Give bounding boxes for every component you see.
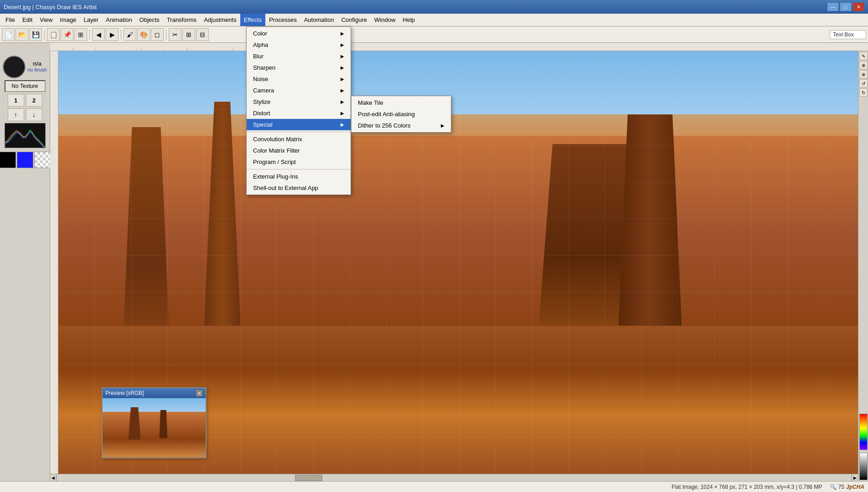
- menu-item-distort[interactable]: Distort ▶: [247, 108, 351, 119]
- maximize-button[interactable]: □: [840, 2, 852, 11]
- arrow-buttons: ↑ ↓: [8, 108, 42, 121]
- preview-window: Preview [sRGB] ✕ ⊞: [102, 387, 207, 458]
- preview-image: [103, 398, 206, 457]
- menu-effects[interactable]: Effects: [240, 14, 266, 26]
- color-swatches: [0, 152, 51, 168]
- minimize-button[interactable]: —: [827, 2, 839, 11]
- toolbar-sep-2: [89, 29, 90, 40]
- zoom-watermark: JpCHA: [846, 484, 864, 490]
- menu-item-color[interactable]: Color ▶: [247, 28, 351, 39]
- horizontal-scrollbar[interactable]: ◀ ▶: [50, 474, 858, 481]
- color-strip[interactable]: [859, 414, 868, 450]
- menu-image[interactable]: Image: [56, 14, 80, 26]
- menu-separator-1: [247, 132, 351, 132]
- open-button[interactable]: 📂: [16, 28, 28, 41]
- new-button[interactable]: 📄: [2, 28, 15, 41]
- crop-button[interactable]: ✂: [169, 28, 181, 41]
- effects-menu: Color ▶ Alpha ▶ Blur ▶ Sharpen ▶ Noise ▶…: [246, 26, 351, 195]
- menu-window[interactable]: Window: [371, 14, 399, 26]
- menu-animation[interactable]: Animation: [102, 14, 136, 26]
- right-tool-3[interactable]: ⊗: [859, 70, 868, 78]
- eraser-button[interactable]: ◻: [151, 28, 164, 41]
- menu-item-external-plugins[interactable]: External Plug-Ins: [247, 171, 351, 182]
- ruler-horizontal: [50, 43, 868, 51]
- preview-title: Preview [sRGB]: [105, 390, 144, 396]
- histogram: [5, 123, 46, 148]
- copy-button[interactable]: 📋: [47, 28, 60, 41]
- blue-swatch[interactable]: [17, 152, 33, 168]
- menu-transforms[interactable]: Transforms: [163, 14, 200, 26]
- grid-button[interactable]: ⊞: [182, 28, 195, 41]
- layer2-button[interactable]: 2: [26, 94, 42, 107]
- left-panel: n/a no brush No Texture 1 2 ↑ ↓: [0, 51, 50, 481]
- toolbar: 📄 📂 💾 📋 📌 ⊞ ◀ ▶ 🖌 🎨 ◻ ✂ ⊞ ⊟ Text Box: [0, 26, 868, 43]
- ruler-vertical: [50, 51, 58, 481]
- scroll-thumb[interactable]: [295, 475, 322, 481]
- color-button[interactable]: 🎨: [137, 28, 150, 41]
- close-button[interactable]: ✕: [852, 2, 864, 11]
- menu-item-alpha[interactable]: Alpha ▶: [247, 39, 351, 51]
- gray-strip[interactable]: [859, 453, 868, 480]
- menu-objects[interactable]: Objects: [136, 14, 163, 26]
- preview-resize-handle[interactable]: ⊞: [200, 451, 204, 456]
- menu-file[interactable]: File: [2, 14, 19, 26]
- status-info: Flat Image, 1024 × 768 px, 271 × 203 mm,…: [672, 484, 822, 490]
- menu-layer[interactable]: Layer: [80, 14, 102, 26]
- redo-button[interactable]: ▶: [106, 28, 119, 41]
- layer1-button[interactable]: 1: [8, 94, 24, 107]
- special-submenu: Make Tile Post-edit Anti-aliasing Dither…: [351, 96, 451, 133]
- svg-rect-0: [50, 43, 868, 51]
- color-preview[interactable]: [3, 56, 26, 78]
- no-texture-button[interactable]: No Texture: [5, 80, 46, 92]
- right-tool-1[interactable]: ✎: [859, 52, 868, 60]
- menu-item-programscript[interactable]: Program / Script: [247, 156, 351, 168]
- paste-button[interactable]: 📌: [61, 28, 73, 41]
- toolbar-sep-4: [166, 29, 166, 40]
- guides-button[interactable]: ⊟: [196, 28, 209, 41]
- brush-label: no brush: [27, 67, 47, 72]
- brush-value: n/a: [33, 60, 41, 67]
- brush-button[interactable]: 🖌: [124, 28, 136, 41]
- right-tool-5[interactable]: ↻: [859, 88, 868, 97]
- black-swatch[interactable]: [0, 152, 16, 168]
- prev-arrow-button[interactable]: ↑: [8, 108, 24, 121]
- save-button[interactable]: 💾: [29, 28, 42, 41]
- menu-item-shell-out[interactable]: Shell-out to External App: [247, 182, 351, 194]
- preview-close-button[interactable]: ✕: [196, 390, 203, 397]
- menu-edit[interactable]: Edit: [19, 14, 36, 26]
- menu-processes[interactable]: Processes: [265, 14, 300, 26]
- menu-item-sharpen[interactable]: Sharpen ▶: [247, 62, 351, 73]
- menu-item-colormatrix[interactable]: Color Matrix Filter: [247, 145, 351, 156]
- layer-buttons: 1 2: [8, 94, 42, 107]
- right-tool-2[interactable]: ⊕: [859, 61, 868, 69]
- menu-item-stylize[interactable]: Stylize ▶: [247, 96, 351, 108]
- menu-item-camera[interactable]: Camera ▶: [247, 85, 351, 96]
- titlebar: Desert.jpg | Chasys Draw IES Artist — □ …: [0, 0, 868, 14]
- canvas-area: ◀ ▶ Preview [sRGB] ✕ ⊞: [50, 51, 858, 481]
- menu-item-blur[interactable]: Blur ▶: [247, 51, 351, 62]
- next-arrow-button[interactable]: ↓: [26, 108, 42, 121]
- menu-item-convolution[interactable]: Convolution Matrix: [247, 133, 351, 145]
- toolbar-sep-1: [44, 29, 45, 40]
- undo-button[interactable]: ◀: [92, 28, 105, 41]
- menu-view[interactable]: View: [36, 14, 56, 26]
- menubar: File Edit View Image Layer Animation Obj…: [0, 14, 868, 26]
- menu-item-noise[interactable]: Noise ▶: [247, 73, 351, 85]
- submenu-item-maketile[interactable]: Make Tile: [351, 97, 451, 108]
- toolbar-sep-3: [121, 29, 121, 40]
- titlebar-title: Desert.jpg | Chasys Draw IES Artist: [4, 4, 97, 10]
- menu-adjustments[interactable]: Adjustments: [200, 14, 240, 26]
- right-tool-4[interactable]: ↺: [859, 79, 868, 87]
- menu-item-special[interactable]: Special ▶: [247, 119, 351, 130]
- titlebar-controls: — □ ✕: [827, 2, 864, 11]
- resize-button[interactable]: ⊞: [74, 28, 87, 41]
- preview-titlebar: Preview [sRGB] ✕: [103, 388, 206, 398]
- menu-automation[interactable]: Automation: [300, 14, 338, 26]
- transparent-swatch[interactable]: [34, 152, 51, 168]
- submenu-item-antialiasing[interactable]: Post-edit Anti-aliasing: [351, 108, 451, 120]
- menu-help[interactable]: Help: [399, 14, 418, 26]
- text-box-label: Text Box: [830, 30, 866, 39]
- submenu-item-dither[interactable]: Dither to 256 Colors ▶: [351, 120, 451, 131]
- menu-configure[interactable]: Configure: [338, 14, 371, 26]
- menu-separator-2: [247, 169, 351, 169]
